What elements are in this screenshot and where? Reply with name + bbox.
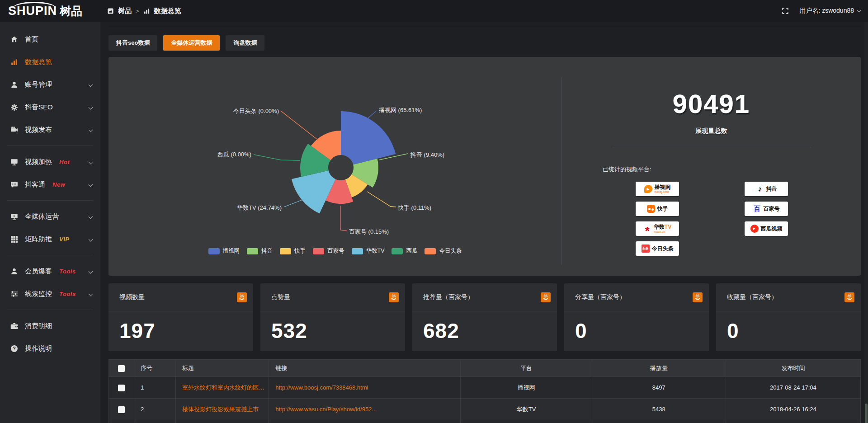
breadcrumb: 树品 > 数据总览 <box>107 0 181 22</box>
legend-chip <box>392 248 403 254</box>
tab-全媒体运营数据[interactable]: 全媒体运营数据 <box>163 35 220 51</box>
chart-legend: 播视网抖音快手百家号华数TV西瓜今日头条 <box>108 247 561 255</box>
tab-询盘数据[interactable]: 询盘数据 <box>226 35 264 51</box>
pie-slice-华数TV[interactable] <box>292 170 335 213</box>
rose-pie-chart: 播视网 (65.61%)抖音 (9.40%)快手 (0.11%)百家号 (0.1… <box>108 57 561 276</box>
platform-badge-text: 快手 <box>657 206 668 212</box>
scrollbar-thumb[interactable] <box>865 404 868 423</box>
cell-publish-time <box>726 420 860 423</box>
total-impressions-label: 展现量总数 <box>562 127 861 135</box>
chevron-down-icon <box>857 8 862 12</box>
pie-label-抖音: 抖音 (9.40%) <box>410 151 444 158</box>
sidebar-item-2-数据总览[interactable]: 数据总览 <box>0 51 100 73</box>
column-header-序号: 序号 <box>134 360 176 377</box>
stat-card-分享量（百家号）: 分享量（百家号）总0 <box>564 283 709 351</box>
sidebar-item-8-全媒体运营[interactable]: 全媒体运营 <box>0 205 100 228</box>
sidebar-item-badge: Tools <box>59 268 76 275</box>
stat-card-value: 532 <box>260 311 405 343</box>
legend-item-抖音[interactable]: 抖音 <box>247 247 273 255</box>
platform-subtext: boosj.com <box>655 190 671 193</box>
total-badge: 总 <box>693 292 703 302</box>
divider <box>7 255 93 255</box>
cell-title[interactable]: 楼体投影灯投影效果震撼上市 <box>176 399 269 420</box>
user-menu[interactable]: 用户名: zswodun88 <box>799 7 861 15</box>
xigua-icon: ▶ <box>750 225 759 233</box>
platform-badge-text: 播视网boosj.com <box>655 184 671 193</box>
sidebar-item-badge: Tools <box>59 291 76 297</box>
platform-badge-今日头条: 头条今日头条 <box>636 241 679 256</box>
platform-name: 今日头条 <box>652 246 674 251</box>
sidebar-item-3-账号管理[interactable]: 账号管理 <box>0 73 100 96</box>
cell-index: 2 <box>134 399 176 420</box>
sidebar-item-badge: Hot <box>59 159 70 165</box>
cell-title[interactable] <box>176 420 269 423</box>
legend-chip <box>247 248 258 254</box>
legend-chip <box>352 248 363 254</box>
pie-label-华数TV: 华数TV (24.74%) <box>237 204 282 211</box>
breadcrumb-item-current[interactable]: 数据总览 <box>154 7 181 15</box>
sidebar-item-10-会员爆客[interactable]: 会员爆客Tools <box>0 260 100 282</box>
sidebar-item-11-线索监控[interactable]: 线索监控Tools <box>0 282 100 305</box>
row-checkbox[interactable] <box>118 406 125 413</box>
video-table: 序号标题链接平台播放量发布时间1室外水纹灯和室内水纹灯的区别和简介http://… <box>108 359 861 423</box>
cell-link[interactable]: http://www.boosj.com/7338468.html <box>269 377 461 399</box>
user-icon <box>10 81 18 89</box>
sidebar-item-12-消费明细[interactable]: 消费明细 <box>0 315 100 337</box>
row-checkbox[interactable] <box>118 385 125 391</box>
select-all-header[interactable] <box>109 360 134 377</box>
cell-link[interactable] <box>269 420 461 423</box>
stat-card-value: 0 <box>564 311 709 343</box>
stat-card-title: 点赞量 <box>271 293 290 301</box>
column-header-标题: 标题 <box>176 360 269 377</box>
legend-item-西瓜[interactable]: 西瓜 <box>392 247 417 255</box>
stat-card-header: 分享量（百家号）总 <box>564 283 709 311</box>
chevron-down-icon <box>89 160 93 164</box>
kuaishou-icon <box>647 205 655 213</box>
sidebar-item-4-抖音SEO[interactable]: 抖音SEO <box>0 96 100 118</box>
sidebar-item-label: 全媒体运营 <box>25 212 59 221</box>
total-badge: 总 <box>237 292 247 302</box>
sidebar-item-5-视频发布[interactable]: 视频发布 <box>0 118 100 141</box>
chevron-down-icon <box>89 215 93 219</box>
legend-item-快手[interactable]: 快手 <box>280 247 306 255</box>
sidebar-item-label: 抖音SEO <box>25 103 53 112</box>
chart-icon <box>143 8 150 14</box>
pie-slice-播视网[interactable] <box>341 111 396 164</box>
label-line <box>367 192 396 207</box>
legend-label: 快手 <box>294 247 306 255</box>
platform-name: 百家号 <box>764 206 780 212</box>
legend-item-百家号[interactable]: 百家号 <box>313 247 344 255</box>
stat-card-视频数量: 视频数量总197 <box>108 283 253 351</box>
sidebar-item-13-操作说明[interactable]: ?操作说明 <box>0 337 100 360</box>
breadcrumb-separator: > <box>136 8 139 14</box>
sidebar-item-6-视频加热[interactable]: 视频加热Hot <box>0 150 100 173</box>
breadcrumb-item-root[interactable]: 树品 <box>118 7 132 15</box>
summary-panel: 90491 展现量总数 已统计的视频平台: ▶播视网boosj.com快手*华数… <box>562 57 861 276</box>
platform-name: 抖音 <box>766 186 777 192</box>
platform-badge-text: 今日头条 <box>652 246 674 251</box>
platform-badge-text: 抖音 <box>766 186 777 192</box>
chevron-down-icon <box>89 183 93 187</box>
select-all-checkbox[interactable] <box>118 365 125 372</box>
tab-抖音seo数据[interactable]: 抖音seo数据 <box>108 35 157 51</box>
legend-item-今日头条[interactable]: 今日头条 <box>425 247 462 255</box>
sidebar-item-1-首页[interactable]: 首页 <box>0 28 100 51</box>
sidebar-item-7-抖客通[interactable]: 抖客通New <box>0 173 100 196</box>
fullscreen-icon[interactable] <box>781 7 789 15</box>
scrollbar[interactable] <box>864 22 868 423</box>
divider <box>7 310 93 310</box>
legend-item-播视网[interactable]: 播视网 <box>208 247 240 255</box>
platforms-label: 已统计的视频平台: <box>603 165 651 174</box>
sidebar: 首页数据总览账号管理抖音SEO视频发布视频加热Hot抖客通New全媒体运营矩阵助… <box>0 22 100 423</box>
row-select-cell <box>109 420 134 423</box>
sidebar-item-9-矩阵助推[interactable]: 矩阵助推VIP <box>0 228 100 250</box>
platform-badge-抖音: ♪抖音 <box>745 182 788 196</box>
label-line <box>284 199 304 207</box>
brand-logo: SHUPIN 树品 <box>8 3 99 19</box>
platform-name: 播视网 <box>655 184 671 190</box>
stat-card-header: 点赞量总 <box>260 283 405 311</box>
sidebar-item-label: 首页 <box>25 35 38 44</box>
cell-title[interactable]: 室外水纹灯和室内水纹灯的区别和简介 <box>176 377 269 399</box>
legend-item-华数TV[interactable]: 华数TV <box>352 247 385 255</box>
cell-link[interactable]: http://www.wasu.cn/Play/show/id/952... <box>269 399 461 420</box>
